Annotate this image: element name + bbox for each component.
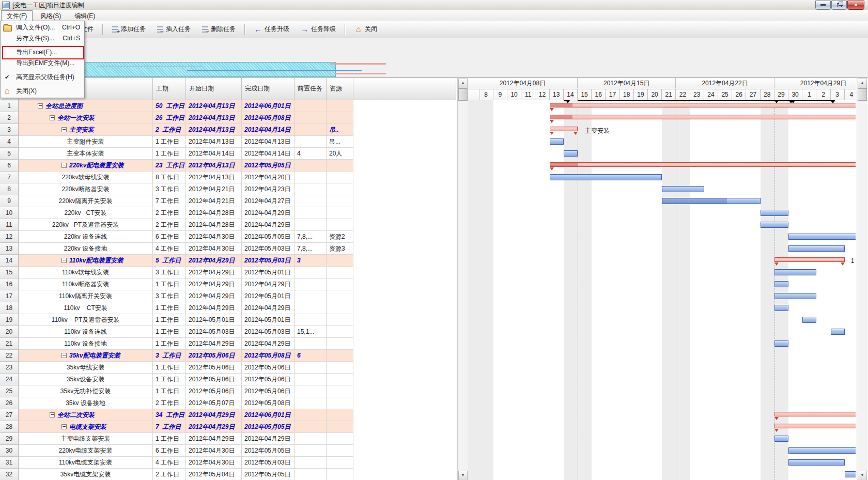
task-bar-task-15[interactable]	[774, 269, 817, 275]
start-cell[interactable]: 2012年05月06日	[186, 374, 242, 385]
pred-cell[interactable]: 4	[295, 148, 327, 160]
toolbar-button-4[interactable]: 插入任务	[152, 22, 195, 36]
row-number[interactable]: 26	[0, 397, 19, 409]
duration-cell[interactable]: 1 工作日	[153, 278, 186, 290]
row-number[interactable]: 9	[0, 195, 19, 207]
row-number[interactable]: 10	[0, 207, 19, 219]
finish-cell[interactable]: 2012年05月03日	[242, 326, 295, 338]
res-cell[interactable]	[327, 362, 353, 374]
gantt-vertical-scrollbar[interactable]: ▲ ▼	[857, 78, 867, 480]
finish-cell[interactable]: 2012年05月05日	[242, 445, 295, 457]
row-number[interactable]: 24	[0, 374, 19, 385]
task-bar-task-30[interactable]	[788, 447, 856, 454]
task-name-cell[interactable]: 220kv断路器安装	[19, 183, 153, 195]
table-row[interactable]: 3235kv电缆支架安装2 工作日2012年05月04日2012年05月05日	[0, 469, 456, 480]
task-name-cell[interactable]: 110kv软母线安装	[19, 267, 153, 278]
start-cell[interactable]: 2012年04月30日	[186, 457, 242, 469]
table-row[interactable]: 2535kv无功补偿安装1 工作日2012年05月06日2012年05月06日	[0, 385, 456, 397]
pred-cell[interactable]	[295, 100, 327, 112]
empty-cell[interactable]	[353, 421, 456, 433]
scrollbar-thumb[interactable]	[858, 88, 867, 101]
start-cell[interactable]: 2012年05月07日	[186, 397, 242, 409]
table-row[interactable]: 20110kv 设备连线1 工作日2012年05月03日2012年05月03日1…	[0, 326, 456, 338]
pred-cell[interactable]: 15,1...	[295, 326, 327, 338]
table-row[interactable]: 27全站二次安装34 工作日2012年04月29日2012年06月01日	[0, 409, 456, 421]
finish-cell[interactable]: 2012年05月03日	[242, 457, 295, 469]
empty-cell[interactable]	[353, 136, 456, 148]
pred-cell[interactable]	[295, 314, 327, 326]
empty-cell[interactable]	[353, 100, 456, 112]
empty-cell[interactable]	[353, 350, 456, 362]
res-cell[interactable]	[327, 314, 353, 326]
column-header-fill[interactable]	[353, 78, 456, 100]
pred-cell[interactable]	[295, 195, 327, 207]
task-name-cell[interactable]: 110kv 设备接地	[19, 338, 153, 350]
task-bar-task-4[interactable]	[550, 138, 564, 145]
task-name-cell[interactable]: 35kv电缆支架安装	[19, 469, 153, 480]
empty-cell[interactable]	[353, 397, 456, 409]
scroll-down-button[interactable]: ▼	[458, 471, 468, 480]
finish-cell[interactable]: 2012年05月01日	[242, 267, 295, 278]
task-bar-task-16[interactable]	[774, 281, 788, 287]
table-row[interactable]: 8220kv断路器安装3 工作日2012年04月21日2012年04月23日	[0, 183, 456, 195]
column-header-res[interactable]: 资源	[327, 78, 353, 100]
res-cell[interactable]	[327, 338, 353, 350]
duration-cell[interactable]: 6 工作日	[153, 445, 186, 457]
task-name-cell[interactable]: 110kv电缆支架安装	[19, 457, 153, 469]
empty-cell[interactable]	[353, 243, 456, 255]
task-name-cell[interactable]: 110kv隔离开关安装	[19, 290, 153, 302]
task-name-cell[interactable]: 主变本体安装	[19, 148, 153, 160]
row-number[interactable]: 31	[0, 457, 19, 469]
task-name-cell[interactable]: 35kv设备安装	[19, 374, 153, 385]
task-name-cell[interactable]: 220kv 设备连线	[19, 231, 153, 243]
task-bar-task-9[interactable]	[662, 198, 760, 204]
start-cell[interactable]: 2012年05月03日	[186, 326, 242, 338]
task-name-cell[interactable]: 220kv 设备接地	[19, 243, 153, 255]
row-number[interactable]: 8	[0, 183, 19, 195]
table-row[interactable]: 17110kv隔离开关安装3 工作日2012年04月29日2012年05月01日	[0, 290, 456, 302]
res-cell[interactable]	[327, 385, 353, 397]
start-cell[interactable]: 2012年04月28日	[186, 219, 242, 231]
res-cell[interactable]: 资源2	[327, 231, 353, 243]
empty-cell[interactable]	[353, 409, 456, 421]
scroll-down-button[interactable]: ▼	[858, 471, 867, 480]
collapse-expander-icon[interactable]	[50, 115, 55, 120]
start-cell[interactable]: 2012年04月21日	[186, 183, 242, 195]
task-name-cell[interactable]: 110kv 设备连线	[19, 326, 153, 338]
row-number[interactable]: 12	[0, 231, 19, 243]
empty-cell[interactable]	[353, 445, 456, 457]
table-row[interactable]: 2全站一次安装26 工作日2012年04月13日2012年05月08日	[0, 112, 456, 124]
minimize-button[interactable]	[815, 1, 831, 10]
collapse-expander-icon[interactable]	[38, 103, 43, 109]
res-cell[interactable]	[327, 207, 353, 219]
finish-cell[interactable]: 2012年05月08日	[242, 350, 295, 362]
pred-cell[interactable]: 7,8,...	[295, 231, 327, 243]
duration-cell[interactable]: 3 工作日	[153, 290, 186, 302]
task-name-cell[interactable]: 220kv PT及避雷器安装	[19, 219, 153, 231]
empty-cell[interactable]	[353, 362, 456, 374]
task-name-cell[interactable]: 全站一次安装	[19, 112, 153, 124]
row-number[interactable]: 27	[0, 409, 19, 421]
toolbar-button-3[interactable]: 添加任务	[107, 22, 150, 36]
res-cell[interactable]	[327, 397, 353, 409]
collapse-expander-icon[interactable]	[61, 353, 67, 358]
res-cell[interactable]: 20人	[327, 148, 353, 160]
empty-cell[interactable]	[353, 112, 456, 124]
finish-cell[interactable]: 2012年05月06日	[242, 374, 295, 385]
table-row[interactable]: 5主变本体安装1 工作日2012年04月14日2012年04月14日420人	[0, 148, 456, 160]
empty-cell[interactable]	[353, 183, 456, 195]
res-cell[interactable]	[327, 433, 353, 445]
pred-cell[interactable]	[295, 421, 327, 433]
summary-bar-task-27[interactable]	[774, 412, 856, 416]
task-bar-task-5[interactable]	[564, 150, 578, 157]
res-cell[interactable]	[327, 172, 353, 183]
pred-cell[interactable]	[295, 112, 327, 124]
row-number[interactable]: 23	[0, 362, 19, 374]
task-bar-task-13[interactable]	[788, 245, 845, 252]
table-row[interactable]: 18110kv CT安装1 工作日2012年04月29日2012年04月29日	[0, 302, 456, 314]
start-cell[interactable]: 2012年04月29日	[186, 290, 242, 302]
finish-cell[interactable]: 2012年05月06日	[242, 385, 295, 397]
collapse-expander-icon[interactable]	[50, 412, 55, 417]
duration-cell[interactable]: 1 工作日	[153, 148, 186, 160]
task-bar-task-31[interactable]	[788, 459, 845, 466]
